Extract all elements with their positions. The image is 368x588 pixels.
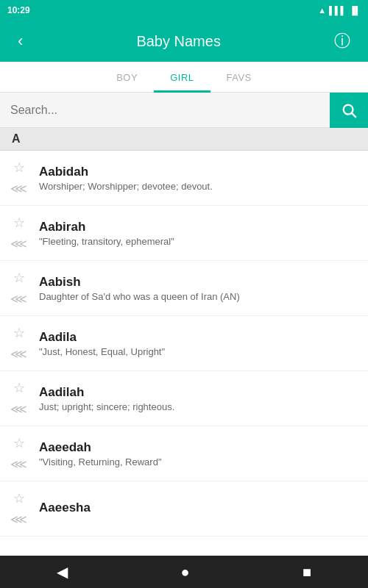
share-button[interactable]: ⋘ <box>9 512 29 527</box>
item-actions: ☆ ⋘ <box>9 380 29 417</box>
item-actions: ☆ ⋘ <box>9 159 29 196</box>
nav-back-button[interactable]: ◀ <box>39 557 85 587</box>
favorite-button[interactable]: ☆ <box>12 435 26 451</box>
status-time: 10:29 <box>7 5 30 15</box>
share-button[interactable]: ⋘ <box>9 292 29 306</box>
share-button[interactable]: ⋘ <box>9 457 29 472</box>
name-content: Aaeedah "Visiting, Returning, Reward" <box>39 440 359 467</box>
name-description: Just; upright; sincere; righteous. <box>39 401 359 412</box>
list-item: ☆ ⋘ Aadilah Just; upright; sincere; righ… <box>0 371 368 426</box>
favorite-button[interactable]: ☆ <box>12 270 26 286</box>
page-title: Baby Names <box>136 33 221 50</box>
name-title: Aaeedah <box>39 440 359 455</box>
name-content: Aabish Daughter of Sa'd who was a queen … <box>39 275 359 302</box>
names-list: ☆ ⋘ Aabidah Worshiper; Worshipper; devot… <box>0 151 368 553</box>
list-item: ☆ ⋘ Aadila "Just, Honest, Equal, Upright… <box>0 316 368 371</box>
favorite-button[interactable]: ☆ <box>12 215 26 231</box>
name-title: Aabish <box>39 275 359 290</box>
favorite-button[interactable]: ☆ <box>12 159 26 176</box>
top-bar: ‹ Baby Names ⓘ <box>0 21 368 62</box>
name-title: Aabidah <box>39 165 359 179</box>
status-bar: 10:29 ▲ ▌▌▌ ▐▌ <box>0 0 368 21</box>
favorite-button[interactable]: ☆ <box>12 380 26 396</box>
favorite-button[interactable]: ☆ <box>12 325 26 341</box>
name-content: Aabidah Worshiper; Worshipper; devotee; … <box>39 165 359 192</box>
search-button[interactable] <box>330 93 368 128</box>
item-actions: ☆ ⋘ <box>9 435 29 472</box>
list-item: ☆ ⋘ Aaeedah "Visiting, Returning, Reward… <box>0 426 368 481</box>
search-bar <box>0 93 368 128</box>
name-description: Daughter of Sa'd who was a queen of Iran… <box>39 291 359 302</box>
section-header-a: A <box>0 128 368 151</box>
name-title: Aaeesha <box>39 501 359 515</box>
item-actions: ☆ ⋘ <box>9 270 29 306</box>
info-button[interactable]: ⓘ <box>328 27 356 55</box>
name-title: Aabirah <box>39 220 359 234</box>
share-button[interactable]: ⋘ <box>9 237 29 251</box>
signal-icon: ▌▌▌ <box>329 6 346 15</box>
share-button[interactable]: ⋘ <box>9 182 29 196</box>
item-actions: ☆ ⋘ <box>9 215 29 251</box>
battery-icon: ▐▌ <box>349 6 361 15</box>
back-button[interactable]: ‹ <box>12 29 29 54</box>
name-content: Aaeesha <box>39 501 359 517</box>
share-button[interactable]: ⋘ <box>9 402 29 417</box>
name-description: "Fleeting, transitory, ephemeral" <box>39 236 359 247</box>
bottom-nav: ◀ ● ■ <box>0 556 368 588</box>
status-icons: ▲ ▌▌▌ ▐▌ <box>318 6 361 15</box>
search-input[interactable] <box>10 104 330 117</box>
tabs-bar: BOY GIRL FAVS <box>0 62 368 93</box>
list-item: ☆ ⋘ Aaeesha <box>0 481 368 537</box>
wifi-icon: ▲ <box>318 6 326 15</box>
search-icon <box>341 102 357 118</box>
name-content: Aadilah Just; upright; sincere; righteou… <box>39 385 359 412</box>
favorite-button[interactable]: ☆ <box>12 490 26 506</box>
tab-favs[interactable]: FAVS <box>210 65 268 93</box>
list-item: ☆ ⋘ Aabidah Worshiper; Worshipper; devot… <box>0 151 368 206</box>
item-actions: ☆ ⋘ <box>9 490 29 527</box>
svg-line-1 <box>352 113 355 117</box>
name-description: Worshiper; Worshipper; devotee; devout. <box>39 181 359 192</box>
section-label: A <box>12 132 21 146</box>
tab-girl[interactable]: GIRL <box>154 65 210 93</box>
nav-recent-button[interactable]: ■ <box>285 558 329 587</box>
list-item: ☆ ⋘ Aabirah "Fleeting, transitory, ephem… <box>0 206 368 261</box>
nav-home-button[interactable]: ● <box>163 558 207 587</box>
name-title: Aadila <box>39 330 359 345</box>
name-description: "Just, Honest, Equal, Upright" <box>39 346 359 357</box>
item-actions: ☆ ⋘ <box>9 325 29 362</box>
list-item: ☆ ⋘ Aabish Daughter of Sa'd who was a qu… <box>0 261 368 316</box>
name-content: Aabirah "Fleeting, transitory, ephemeral… <box>39 220 359 247</box>
share-button[interactable]: ⋘ <box>9 347 29 362</box>
name-description: "Visiting, Returning, Reward" <box>39 456 359 467</box>
tab-boy[interactable]: BOY <box>100 65 154 93</box>
name-content: Aadila "Just, Honest, Equal, Upright" <box>39 330 359 357</box>
name-title: Aadilah <box>39 385 359 400</box>
